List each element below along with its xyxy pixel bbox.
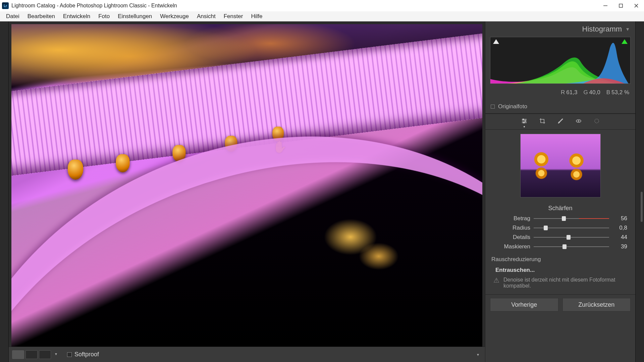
rgb-b-label: B	[606, 89, 610, 96]
rgb-readout: R61,3 G40,0 B53,2 %	[485, 86, 635, 100]
crop-tool-icon[interactable]	[539, 117, 546, 125]
rgb-r-value: 61,3	[566, 89, 577, 96]
detail-zoom-thumbnail[interactable]	[520, 134, 601, 197]
window-minimize-button[interactable]	[598, 0, 613, 11]
histogram-graph[interactable]	[490, 37, 631, 84]
previous-button[interactable]: Vorherige	[490, 298, 558, 311]
warning-icon: ⚠	[493, 277, 499, 284]
ornament	[173, 145, 186, 162]
original-photo-checkbox[interactable]	[491, 105, 495, 109]
slider-radius[interactable]: Radius 0,8	[485, 223, 635, 233]
menu-entwickeln[interactable]: Entwickeln	[59, 12, 94, 21]
slider-thumb[interactable]	[562, 216, 566, 221]
histogram-svg	[490, 37, 630, 84]
detail-panel: Schärfen Betrag 56 Radius 0,8 Details 44…	[485, 130, 635, 295]
pan-cursor-icon: ✋	[273, 140, 287, 154]
denoise-warning-text: Denoise ist derzeit nicht mit diesem Fot…	[503, 277, 629, 289]
original-photo-label: Originalfoto	[498, 103, 527, 110]
right-edge-gutter[interactable]	[635, 21, 644, 362]
slider-details[interactable]: Details 44	[485, 233, 635, 242]
view-mode-dropdown[interactable]: ▾	[52, 350, 60, 359]
histogram-header[interactable]: Histogramm ▼	[485, 21, 635, 37]
view-reference-button[interactable]	[39, 350, 51, 359]
slider-value: 44	[612, 234, 627, 241]
ornament	[272, 127, 284, 141]
image-canvas[interactable]: ✋	[11, 24, 482, 347]
healing-tool-icon[interactable]	[557, 117, 564, 125]
redeye-tool-icon[interactable]	[575, 117, 582, 125]
menu-einstellungen[interactable]: Einstellungen	[114, 12, 156, 21]
reset-button[interactable]: Zurücksetzen	[562, 298, 631, 311]
softproof-toggle[interactable]: Softproof	[67, 351, 99, 358]
slider-label: Maskieren	[493, 243, 530, 250]
rgb-g-value: 40,0	[589, 89, 600, 96]
slider-thumb[interactable]	[567, 235, 571, 240]
local-tools-strip	[485, 114, 635, 130]
ornament	[68, 160, 83, 180]
window-close-button[interactable]	[629, 0, 644, 11]
ornament	[225, 136, 237, 152]
svg-point-6	[578, 120, 579, 122]
menu-foto[interactable]: Foto	[94, 12, 114, 21]
workspace: ✋ ▾ Softproof ▾ Histogramm ▼	[0, 21, 644, 362]
image-canvas-wrap: ✋	[9, 21, 485, 347]
slider-label: Details	[493, 234, 530, 241]
original-photo-toggle[interactable]: Originalfoto	[485, 100, 635, 113]
edit-sliders-tool-icon[interactable]	[521, 117, 528, 125]
noise-reduction-title: Rauschreduzierung	[485, 251, 635, 265]
slider-betrag[interactable]: Betrag 56	[485, 214, 635, 223]
window-title: Lightroom Catalog - Adobe Photoshop Ligh…	[11, 3, 177, 9]
view-mode-buttons: ▾	[12, 350, 60, 359]
menu-hilfe[interactable]: Hilfe	[247, 12, 266, 21]
center-column: ✋ ▾ Softproof ▾	[9, 21, 485, 362]
histogram-title: Histogramm	[582, 25, 622, 34]
denoise-warning: ⚠ Denoise ist derzeit nicht mit diesem F…	[485, 275, 635, 294]
svg-point-4	[558, 122, 559, 123]
svg-point-1	[523, 119, 524, 120]
menu-fenster[interactable]: Fenster	[220, 12, 247, 21]
svg-point-3	[523, 122, 525, 123]
slider-label: Betrag	[493, 215, 530, 222]
rgb-b-value: 53,2	[611, 89, 623, 96]
menu-ansicht[interactable]: Ansicht	[193, 12, 220, 21]
histogram-panel: Histogramm ▼ R61,3 G40,0 B53,2 %	[485, 21, 635, 114]
menu-datei[interactable]: Datei	[2, 12, 23, 21]
slider-value: 39	[612, 243, 627, 250]
slider-label: Radius	[493, 225, 530, 231]
slider-thumb[interactable]	[562, 244, 567, 249]
svg-point-7	[595, 119, 599, 123]
rgb-r-label: R	[561, 89, 565, 96]
window-titlebar: Lr Lightroom Catalog - Adobe Photoshop L…	[0, 0, 644, 11]
slider-value: 56	[612, 215, 627, 222]
app-icon: Lr	[2, 2, 9, 9]
develop-right-panel: Histogramm ▼ R61,3 G40,0 B53,2 %	[485, 21, 635, 362]
window-maximize-button[interactable]	[613, 0, 629, 11]
toolbar-overflow-dropdown[interactable]: ▾	[474, 351, 482, 358]
masking-tool-icon[interactable]	[593, 117, 600, 125]
view-loupe-button[interactable]	[12, 350, 24, 359]
ornament	[116, 154, 129, 172]
panel-scrollbar-thumb[interactable]	[641, 192, 643, 222]
view-before-after-button[interactable]	[25, 350, 38, 359]
sharpen-title: Schärfen	[485, 201, 635, 214]
softproof-label: Softproof	[74, 351, 99, 358]
softproof-checkbox[interactable]	[67, 352, 72, 357]
slider-thumb[interactable]	[544, 226, 548, 230]
slider-maskieren[interactable]: Maskieren 39	[485, 242, 635, 251]
slider-value: 0,8	[612, 225, 627, 231]
rgb-percent: %	[624, 89, 629, 96]
menubar: Datei Bearbeiten Entwickeln Foto Einstel…	[0, 11, 644, 21]
loupe-toolbar: ▾ Softproof ▾	[9, 347, 485, 362]
menu-werkzeuge[interactable]: Werkzeuge	[156, 12, 193, 21]
develop-bottom-buttons: Vorherige Zurücksetzen	[485, 295, 635, 311]
rgb-g-label: G	[583, 89, 588, 96]
chevron-down-icon: ▼	[625, 26, 630, 32]
svg-rect-0	[619, 4, 623, 7]
left-panel-collapsed[interactable]	[0, 21, 9, 362]
svg-point-2	[525, 120, 526, 122]
menu-bearbeiten[interactable]: Bearbeiten	[23, 12, 59, 21]
denoise-button[interactable]: Entrauschen...	[495, 267, 635, 274]
